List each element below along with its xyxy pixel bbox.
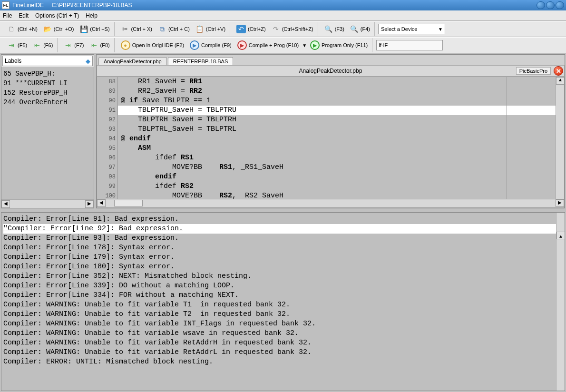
scroll-up-icon[interactable]: ▲ <box>556 77 565 85</box>
maximize-button[interactable] <box>546 1 555 9</box>
chevron-down-icon[interactable]: ▼ <box>302 43 307 48</box>
tab-analogpeak[interactable]: AnalogPeakDetector.pbp <box>98 57 167 65</box>
compile-button[interactable]: ▶ Compile (F9) <box>187 39 234 51</box>
close-window-button[interactable] <box>556 1 564 9</box>
menu-options[interactable]: Options (Ctrl + T) <box>35 12 79 19</box>
line-number: 93 <box>97 125 116 134</box>
scroll-up-icon[interactable]: ▲ <box>556 232 565 239</box>
window-buttons <box>537 1 564 9</box>
code-line[interactable]: MOVE?BB RS2, RS2 SaveH <box>118 191 564 199</box>
f6-label: (F6) <box>43 42 53 48</box>
editor-hscroll[interactable]: ◀ ▶ <box>97 199 565 208</box>
save-button[interactable]: 💾 (Ctrl +S) <box>77 23 112 35</box>
code-line[interactable]: endif <box>118 172 564 182</box>
code-line[interactable]: MOVE?BB RS1, _RS1_SaveH <box>118 163 564 172</box>
new-button[interactable]: 🗋 (Ctrl +N) <box>5 23 40 35</box>
editor-vscroll[interactable]: ▲ <box>556 77 564 199</box>
open-orig-ide-button[interactable]: ● Open in Origi IDE (F2) <box>118 39 186 51</box>
output-line: Compiler: Error[Line 178]: Syntax error. <box>3 243 563 253</box>
output-line: Compiler: ERROR: UNTIL: Mismatched block… <box>3 357 563 367</box>
output-line: Compiler: WARNING: Unable to fit variabl… <box>3 329 563 338</box>
paste-button[interactable]: 📋 (Ctrl +V) <box>193 23 228 35</box>
line-number: 94 <box>97 134 116 144</box>
step-icon: ⇤ <box>33 41 41 49</box>
open-button[interactable]: 📂 (Ctrl +O) <box>41 23 76 35</box>
if-field-value: if-IF <box>379 42 388 48</box>
output-line: Compiler: Error[Line 334]: FOR without a… <box>3 291 563 300</box>
if-field[interactable]: if-IF <box>376 40 443 50</box>
labels-dropdown[interactable]: Labels ◆ <box>2 56 93 66</box>
list-item[interactable]: 91 ***CURRENT LI <box>3 78 92 88</box>
code-line[interactable]: @ if Save_TBLPTR == 1 <box>118 96 564 106</box>
copy-button[interactable]: ⧉ (Ctrl + C) <box>156 23 192 35</box>
output-line: Compiler: Error[Line 339]: DO without a … <box>3 281 563 291</box>
scroll-right-icon[interactable]: ▶ <box>556 199 564 207</box>
diamond-icon: ◆ <box>86 58 90 65</box>
output-line: Compiler: WARNING: Unable to fit variabl… <box>3 348 563 357</box>
hscroll-thumb[interactable] <box>114 200 143 206</box>
editor-header: AnalogPeakDetector.pbp PicBasicPro ✕ <box>97 65 565 77</box>
sidebar-hscroll[interactable]: ◀ ▶ <box>1 199 94 208</box>
labels-sidebar: Labels ◆ 65 SavePBP_H: 91 ***CURRENT LI … <box>1 54 94 208</box>
hscroll-track[interactable] <box>106 199 556 207</box>
scroll-right-icon[interactable]: ▶ <box>85 200 94 208</box>
labels-list[interactable]: 65 SavePBP_H: 91 ***CURRENT LI 152 Resto… <box>1 67 94 199</box>
f8-button[interactable]: ⇤ (F8) <box>88 39 112 51</box>
save-icon: 💾 <box>79 25 88 33</box>
line-number: 97 <box>97 163 116 172</box>
list-item[interactable]: 244 OverReEnterH <box>3 98 92 107</box>
output-line: Compiler: Error[Line 180]: Syntax error. <box>3 262 563 272</box>
code-line[interactable]: @ endif <box>118 134 564 144</box>
find-next-label: (F4) <box>361 26 370 32</box>
new-label: (Ctrl +N) <box>18 26 38 32</box>
menu-edit[interactable]: Edit <box>19 12 29 19</box>
list-item[interactable]: 65 SavePBP_H: <box>3 69 92 78</box>
undo-label: (Ctrl+Z) <box>248 26 266 32</box>
close-tab-button[interactable]: ✕ <box>554 66 563 76</box>
compile-prog-button[interactable]: ▶ Compile + Prog (F10) <box>235 39 301 51</box>
find-button[interactable]: 🔍 (F3) <box>322 23 347 35</box>
code-line[interactable]: RR1_SaveH = RR1 <box>118 77 564 87</box>
main-area: Labels ◆ 65 SavePBP_H: 91 ***CURRENT LI … <box>0 53 566 392</box>
code-line[interactable]: ASM <box>118 144 564 153</box>
tab-reenterpbp[interactable]: REENTERPBP-18.BAS <box>168 57 234 65</box>
code-line[interactable]: RR2_SaveH = RR2 <box>118 87 564 96</box>
code-line[interactable]: TBLPTRL_SaveH = TBLPTRL <box>118 125 564 134</box>
scroll-left-icon[interactable]: ◀ <box>1 200 10 208</box>
output-line-highlight: "Compiler: Error[Line 92]: Bad expressio… <box>3 224 563 234</box>
redo-button[interactable]: ↷ (Ctrl+Shift+Z) <box>269 23 316 35</box>
output-line: Compiler: WARNING: Unable to fit variabl… <box>3 338 563 348</box>
compiler-output[interactable]: Compiler: Error[Line 91]: Bad expression… <box>1 212 565 391</box>
code-line-current[interactable]: TBLPTRU_SaveH = TBLPTRU <box>118 106 564 115</box>
app-icon: FL <box>2 1 10 9</box>
output-line: Compiler: WARNING: Unable to fit variabl… <box>3 300 563 310</box>
find-label: (F3) <box>335 26 344 32</box>
f5-button[interactable]: ⇥ (F5) <box>5 39 29 51</box>
f6-button[interactable]: ⇤ (F6) <box>30 39 55 51</box>
find-next-button[interactable]: 🔍 (F4) <box>348 23 372 35</box>
code-line[interactable]: ifdef RS2 <box>118 182 564 191</box>
line-number: 88 <box>97 77 116 87</box>
list-item[interactable]: 152 RestorePBP_H <box>3 88 92 98</box>
device-select-label: Select a Device <box>381 26 417 32</box>
margin-line <box>507 77 507 199</box>
code-line[interactable]: TBLPTRH_SaveH = TBLPTRH <box>118 115 564 125</box>
scroll-left-icon[interactable]: ◀ <box>97 199 106 207</box>
undo-button[interactable]: ↶ (Ctrl+Z) <box>234 23 268 35</box>
output-line: Compiler: Error[Line 352]: NEXT: Mismatc… <box>3 272 563 281</box>
device-select[interactable]: Select a Device ▼ <box>379 24 445 34</box>
line-number: 98 <box>97 172 116 182</box>
line-number: 89 <box>97 87 116 96</box>
program-only-button[interactable]: ▶ Program Only (F11) <box>308 39 370 51</box>
cut-button[interactable]: ✂ (Ctrl + X) <box>118 23 155 35</box>
menu-help[interactable]: Help <box>86 12 98 19</box>
menu-file[interactable]: File <box>3 12 12 19</box>
f7-button[interactable]: ⇥ (F7) <box>61 39 86 51</box>
editor-title: AnalogPeakDetector.pbp <box>299 68 362 74</box>
output-vscroll[interactable]: ▲ <box>556 213 565 391</box>
code-lines[interactable]: RR1_SaveH = RR1 RR2_SaveH = RR2 @ if Sav… <box>118 77 564 199</box>
magnifier-icon: 🔍 <box>324 25 333 33</box>
code-line[interactable]: ifdef RS1 <box>118 153 564 163</box>
minimize-button[interactable] <box>537 1 545 9</box>
code-editor[interactable]: 88 89 90 91 92 93 94 95 96 97 98 99 100 … <box>97 77 565 199</box>
